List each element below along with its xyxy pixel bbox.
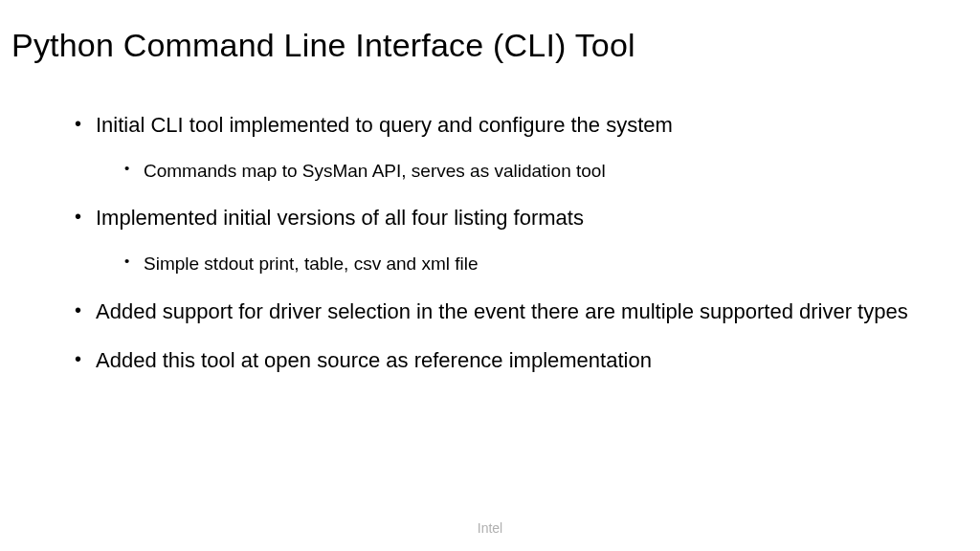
sub-bullet-list: Simple stdout print, table, csv and xml … <box>124 253 923 276</box>
bullet-item: Initial CLI tool implemented to query an… <box>75 112 923 182</box>
sub-bullet-list: Commands map to SysMan API, serves as va… <box>124 160 923 183</box>
bullet-item: Added this tool at open source as refere… <box>75 347 923 374</box>
bullet-text: Added this tool at open source as refere… <box>96 348 652 372</box>
bullet-text: Added support for driver selection in th… <box>96 299 908 323</box>
bullet-item: Added support for driver selection in th… <box>75 298 923 325</box>
slide-footer: Intel <box>0 520 980 536</box>
slide-content: Initial CLI tool implemented to query an… <box>0 64 980 374</box>
bullet-text: Initial CLI tool implemented to query an… <box>96 113 673 137</box>
bullet-text: Implemented initial versions of all four… <box>96 206 584 230</box>
sub-bullet-item: Commands map to SysMan API, serves as va… <box>124 160 923 183</box>
bullet-list: Initial CLI tool implemented to query an… <box>75 112 923 374</box>
sub-bullet-item: Simple stdout print, table, csv and xml … <box>124 253 923 276</box>
slide-title: Python Command Line Interface (CLI) Tool <box>0 0 980 64</box>
slide: Python Command Line Interface (CLI) Tool… <box>0 0 980 551</box>
bullet-item: Implemented initial versions of all four… <box>75 205 923 275</box>
